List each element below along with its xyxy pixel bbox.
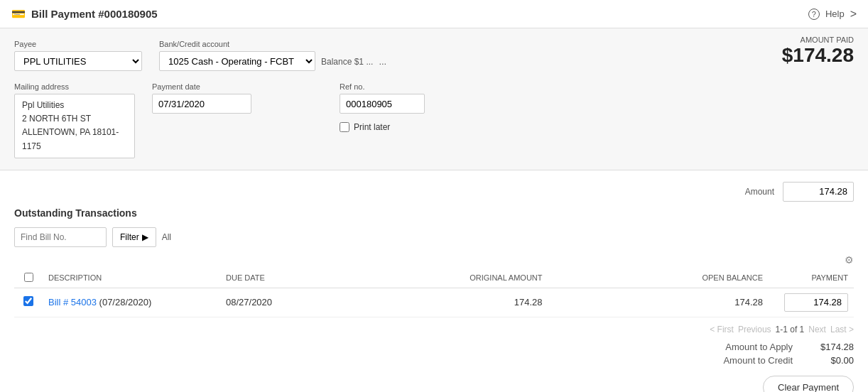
apply-label: Amount to Apply xyxy=(700,342,793,352)
ref-input[interactable]: 000180905 xyxy=(340,94,425,114)
first-page-link[interactable]: < First xyxy=(710,325,734,334)
payee-label: Payee xyxy=(14,40,142,48)
open-balance-cell: 174.28 xyxy=(548,288,769,317)
bank-label: Bank/Credit account xyxy=(159,40,386,48)
payment-date-label: Payment date xyxy=(152,82,251,91)
address-line2: 2 NORTH 6TH ST xyxy=(22,112,127,126)
amount-paid-label: AMOUNT PAID xyxy=(782,36,854,44)
address-line3: ALLENTOWN, PA 18101-1175 xyxy=(22,126,127,153)
nav-next-icon[interactable]: > xyxy=(850,8,857,21)
table-row: Bill # 54003 (07/28/2020) 08/27/2020 174… xyxy=(14,288,854,317)
last-page-link[interactable]: Last > xyxy=(830,325,854,334)
payment-header: PAYMENT xyxy=(769,268,854,288)
page-title: Bill Payment #000180905 xyxy=(31,8,158,20)
clear-payment-button[interactable]: Clear Payment xyxy=(763,376,854,392)
due-date-cell: 08/27/2020 xyxy=(220,288,291,317)
payee-select[interactable]: PPL UTILITIES xyxy=(14,51,142,71)
select-all-header xyxy=(14,268,43,288)
help-label: Help xyxy=(825,9,845,19)
question-icon: ? xyxy=(808,9,820,20)
filter-button[interactable]: Filter ▶ xyxy=(112,227,156,247)
print-later-label: Print later xyxy=(354,122,390,132)
open-balance-header: OPEN BALANCE xyxy=(548,268,769,288)
outstanding-title: Outstanding Transactions xyxy=(14,207,854,219)
credit-value: $0.00 xyxy=(804,355,854,366)
row-checkbox-cell xyxy=(14,288,43,317)
address-line1: Ppl Utilities xyxy=(22,99,127,112)
balance-text: Balance $1 ... xyxy=(321,57,373,67)
payment-cell xyxy=(769,288,854,317)
more-dots[interactable]: ... xyxy=(379,56,386,67)
original-amount-cell: 174.28 xyxy=(291,288,548,317)
print-later-checkbox[interactable] xyxy=(340,122,349,132)
due-date-header: DUE DATE xyxy=(220,268,291,288)
next-page-link[interactable]: Next xyxy=(808,325,826,334)
apply-value: $174.28 xyxy=(804,342,854,352)
pagination-range: 1-1 of 1 xyxy=(776,325,805,334)
description-header: DESCRIPTION xyxy=(43,268,220,288)
bill-date: (07/28/2020) xyxy=(99,297,152,307)
amount-column-label: Amount xyxy=(745,187,774,197)
bill-payment-icon: 💳 xyxy=(11,7,26,21)
bank-select[interactable]: 1025 Cash - Operating - FCBT xyxy=(159,51,315,71)
credit-label: Amount to Credit xyxy=(700,355,793,366)
filter-label: Filter xyxy=(120,232,139,242)
previous-page-link[interactable]: Previous xyxy=(738,325,771,334)
payment-date-input[interactable]: 07/31/2020 xyxy=(152,94,251,114)
filter-arrow-icon: ▶ xyxy=(142,232,148,242)
mailing-address-box: Ppl Utilities 2 NORTH 6TH ST ALLENTOWN, … xyxy=(14,94,135,158)
find-bill-input[interactable] xyxy=(14,227,107,247)
row-checkbox[interactable] xyxy=(23,296,33,306)
total-amount-input[interactable]: 174.28 xyxy=(783,182,854,202)
select-all-checkbox[interactable] xyxy=(24,273,33,282)
all-label: All xyxy=(162,232,171,242)
description-cell: Bill # 54003 (07/28/2020) xyxy=(43,288,220,317)
original-amount-header: ORIGINAL AMOUNT xyxy=(291,268,548,288)
mailing-address-label: Mailing address xyxy=(14,82,135,91)
gear-icon[interactable]: ⚙ xyxy=(845,254,854,266)
ref-label: Ref no. xyxy=(340,82,425,91)
bill-link[interactable]: Bill # 54003 xyxy=(48,297,97,307)
amount-paid-value: $174.28 xyxy=(782,44,854,67)
payment-input[interactable] xyxy=(784,293,848,312)
